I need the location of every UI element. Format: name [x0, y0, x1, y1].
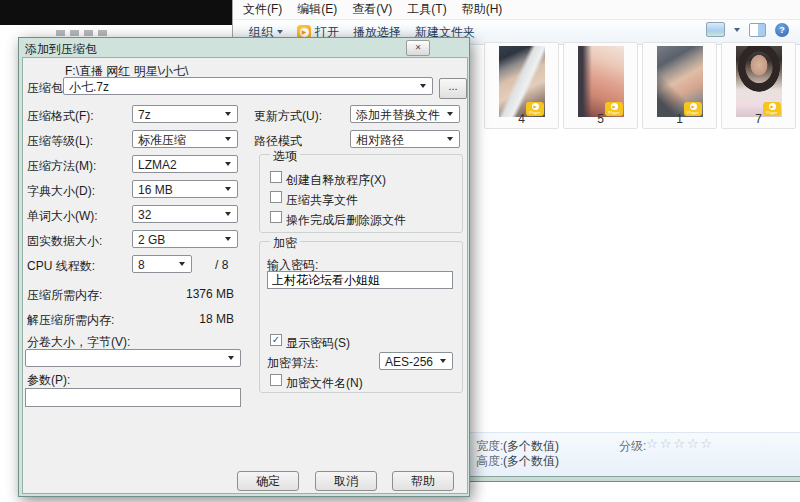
file-card[interactable]: ▶ Player 5	[563, 42, 638, 129]
file-card[interactable]: ▶ Player 1	[642, 42, 717, 129]
file-card[interactable]: ▶ Player 7	[721, 42, 796, 129]
file-name-label: 5	[564, 112, 637, 126]
solid-block-label: 固实数据大小:	[27, 233, 102, 250]
update-mode-combobox[interactable]: 添加并替换文件	[350, 105, 460, 123]
shared-files-label[interactable]: 压缩共享文件	[286, 192, 358, 209]
dropdown-arrow-icon	[225, 137, 231, 141]
dropdown-arrow-icon	[447, 137, 453, 141]
sfx-label[interactable]: 创建自释放程序(X)	[286, 172, 386, 189]
word-size-combobox[interactable]: 32	[132, 205, 238, 223]
chevron-down-icon	[277, 30, 283, 34]
dictionary-label: 字典大小(D):	[27, 183, 95, 200]
dictionary-combobox[interactable]: 16 MB	[132, 180, 238, 198]
close-icon[interactable]: ✕	[406, 40, 430, 56]
format-label: 压缩格式(F):	[27, 108, 94, 125]
dropdown-arrow-icon	[440, 359, 446, 363]
memory-decompress-value: 18 MB	[143, 312, 234, 326]
archive-name-value: 小七.7z	[69, 80, 109, 94]
cpu-threads-max: / 8	[215, 258, 228, 272]
height-label: 高度:	[476, 453, 503, 470]
solid-block-combobox[interactable]: 2 GB	[132, 230, 238, 248]
show-password-checkbox[interactable]: ✓	[270, 334, 282, 346]
update-mode-label: 更新方式(U):	[254, 108, 322, 125]
method-label: 压缩方法(M):	[27, 158, 96, 175]
sfx-checkbox[interactable]	[270, 171, 282, 183]
menu-file[interactable]: 文件(F)	[243, 1, 282, 18]
toolbar-right-icons: ?	[706, 22, 789, 37]
rating-stars[interactable]: ☆☆☆☆☆	[646, 436, 714, 451]
cancel-button[interactable]: 取消	[315, 471, 377, 491]
ok-button[interactable]: 确定	[237, 471, 299, 491]
cpu-threads-combobox[interactable]: 8	[132, 255, 192, 273]
show-password-label[interactable]: 显示密码(S)	[286, 335, 350, 352]
encryption-title: 加密	[270, 235, 300, 252]
split-volume-combobox[interactable]	[25, 349, 241, 367]
background-window-topbar	[0, 0, 233, 25]
level-label: 压缩等级(L):	[27, 133, 93, 150]
help-icon[interactable]: ?	[775, 23, 789, 37]
encrypt-names-label[interactable]: 加密文件名(N)	[286, 375, 363, 392]
archive-name-combobox[interactable]: 小七.7z	[63, 77, 433, 95]
preview-pane-icon[interactable]	[749, 23, 766, 37]
word-size-label: 单词大小(W):	[27, 208, 98, 225]
method-combobox[interactable]: LZMA2	[132, 155, 238, 173]
parameters-label: 参数(P):	[27, 372, 70, 389]
file-card[interactable]: ▶ Player 4	[484, 42, 559, 129]
parameters-input[interactable]	[25, 388, 241, 407]
views-chevron-down-icon[interactable]	[734, 28, 740, 32]
dropdown-arrow-icon	[225, 237, 231, 241]
level-combobox[interactable]: 标准压缩	[132, 130, 238, 148]
memory-decompress-label: 解压缩所需内存:	[27, 312, 114, 329]
height-value: (多个数值)	[503, 453, 559, 470]
dropdown-arrow-icon	[420, 84, 426, 88]
file-name-label: 1	[643, 112, 716, 126]
dropdown-arrow-icon	[225, 112, 231, 116]
cpu-threads-label: CPU 线程数:	[27, 258, 95, 275]
menu-help[interactable]: 帮助(H)	[462, 1, 503, 18]
options-title: 选项	[270, 148, 300, 165]
screen: 获取勋章 文件(F) 编辑(E) 查看(V) 工具(T) 帮助(H) 组织 ▶ …	[0, 0, 800, 502]
delete-after-label[interactable]: 操作完成后删除源文件	[286, 212, 406, 229]
password-input[interactable]	[267, 271, 453, 289]
format-combobox[interactable]: 7z	[132, 105, 238, 123]
encryption-method-label: 加密算法:	[267, 355, 318, 372]
dropdown-arrow-icon	[228, 356, 234, 360]
file-name-label: 7	[722, 112, 795, 126]
shared-files-checkbox[interactable]	[270, 191, 282, 203]
dialog-title: 添加到压缩包	[25, 41, 97, 58]
menu-tools[interactable]: 工具(T)	[407, 1, 446, 18]
dropdown-arrow-icon	[225, 187, 231, 191]
help-button[interactable]: 帮助	[392, 471, 454, 491]
memory-compress-label: 压缩所需内存:	[27, 287, 102, 304]
dropdown-arrow-icon	[225, 162, 231, 166]
menu-view[interactable]: 查看(V)	[352, 1, 392, 18]
rating-label: 分级:	[619, 438, 646, 455]
browse-button[interactable]: ...	[439, 78, 467, 99]
encrypt-names-checkbox[interactable]	[270, 374, 282, 386]
dropdown-arrow-icon	[225, 212, 231, 216]
path-mode-combobox[interactable]: 相对路径	[350, 130, 460, 148]
memory-compress-value: 1376 MB	[143, 287, 234, 301]
delete-after-checkbox[interactable]	[270, 211, 282, 223]
menu-edit[interactable]: 编辑(E)	[297, 1, 337, 18]
encryption-method-combobox[interactable]: AES-256	[379, 352, 453, 370]
add-to-archive-dialog: 添加到压缩包 ✕ 压缩包(A) F:\直播 网红 明星\小七\ 小七.7z ..…	[18, 37, 470, 497]
clipped-text-remnant	[56, 30, 110, 36]
dropdown-arrow-icon	[447, 112, 453, 116]
file-name-label: 4	[485, 112, 558, 126]
dropdown-arrow-icon	[179, 262, 185, 266]
views-icon[interactable]	[706, 22, 725, 37]
explorer-menu-bar: 文件(F) 编辑(E) 查看(V) 工具(T) 帮助(H)	[233, 0, 800, 19]
dialog-body: 压缩包(A) F:\直播 网红 明星\小七\ 小七.7z ... 压缩格式(F)…	[22, 57, 468, 494]
